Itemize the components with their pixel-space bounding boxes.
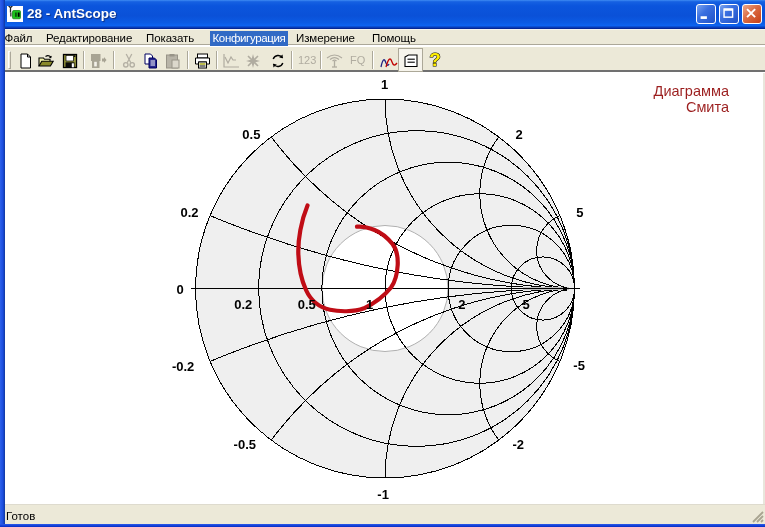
svg-text:0.5: 0.5 xyxy=(242,127,260,142)
svg-text:1: 1 xyxy=(366,297,373,312)
svg-text:-5: -5 xyxy=(573,358,585,373)
svg-text:0.5: 0.5 xyxy=(298,297,316,312)
svg-text:-1: -1 xyxy=(377,487,389,502)
svg-text:1: 1 xyxy=(381,77,388,92)
svg-text:0.2: 0.2 xyxy=(234,297,252,312)
svg-text:2: 2 xyxy=(515,127,522,142)
svg-text:2: 2 xyxy=(458,297,465,312)
svg-text:?: ? xyxy=(429,49,441,70)
svg-text:5: 5 xyxy=(522,297,529,312)
svg-text:-0.5: -0.5 xyxy=(234,437,256,452)
svg-text:5: 5 xyxy=(576,205,583,220)
svg-text:-0.2: -0.2 xyxy=(172,359,194,374)
svg-text:0: 0 xyxy=(176,282,183,297)
svg-text:-2: -2 xyxy=(512,437,524,452)
svg-text:0.2: 0.2 xyxy=(180,205,198,220)
